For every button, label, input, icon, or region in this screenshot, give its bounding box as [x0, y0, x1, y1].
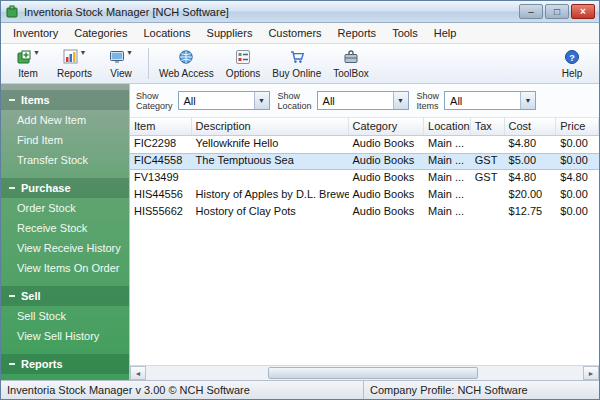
filter-location: ShowLocation All ▼	[278, 91, 409, 111]
sidebar: Items Add New Item Find Item Transfer St…	[1, 84, 129, 380]
sidebar-item-view-items-on-order[interactable]: View Items On Order	[1, 258, 129, 278]
filter-items: ShowItems All ▼	[417, 91, 537, 111]
minimize-button[interactable]: –	[519, 4, 543, 19]
table-row[interactable]: HIS44556 History of Apples by D.L. Brewe…	[130, 187, 599, 204]
toolbox-icon	[343, 49, 359, 65]
sidebar-item-sell-stock[interactable]: Sell Stock	[1, 306, 129, 326]
view-dropdown-icon[interactable]: ▼	[126, 49, 133, 57]
sidebar-section-reports: Reports	[1, 354, 129, 374]
options-icon	[235, 49, 251, 65]
close-button[interactable]: ×	[571, 4, 595, 19]
chevron-down-icon[interactable]: ▼	[393, 92, 408, 109]
menu-categories[interactable]: Categories	[66, 25, 135, 41]
svg-text:?: ?	[569, 52, 575, 62]
scroll-right-icon[interactable]: ►	[583, 366, 599, 380]
app-window: Inventoria Stock Manager [NCH Software] …	[0, 0, 600, 400]
section-bullet-icon	[9, 363, 15, 365]
sidebar-section-purchase: Purchase	[1, 178, 129, 198]
column-header-cost[interactable]: Cost	[505, 118, 557, 135]
filter-bar: ShowCategory All ▼ ShowLocation All ▼ Sh…	[130, 84, 599, 118]
chevron-down-icon[interactable]: ▼	[254, 92, 269, 109]
filter-category: ShowCategory All ▼	[136, 91, 270, 111]
window-title: Inventoria Stock Manager [NCH Software]	[24, 6, 514, 18]
web-access-icon	[178, 49, 194, 65]
sidebar-item-receive-stock[interactable]: Receive Stock	[1, 218, 129, 238]
sidebar-section-sell: Sell	[1, 286, 129, 306]
sidebar-item-view-sell-history[interactable]: View Sell History	[1, 326, 129, 346]
items-select[interactable]: All ▼	[444, 91, 536, 110]
sidebar-item-transfer-stock[interactable]: Transfer Stock	[1, 150, 129, 170]
column-header-tax[interactable]: Tax	[471, 118, 505, 135]
help-button[interactable]: ? Help	[549, 45, 595, 82]
status-bar: Inventoria Stock Manager v 3.00 © NCH So…	[1, 380, 599, 399]
menu-help[interactable]: Help	[426, 25, 465, 41]
view-button[interactable]: ▼ View	[98, 45, 144, 82]
table-row-selected[interactable]: FIC44558 The Temptuous Sea Audio Books M…	[130, 153, 599, 170]
menu-reports[interactable]: Reports	[330, 25, 385, 41]
section-bullet-icon	[9, 99, 15, 101]
status-version: Inventoria Stock Manager v 3.00 © NCH So…	[1, 384, 363, 396]
toolbar: ▼ Item ▼ Reports ▼ View Web Access	[1, 44, 599, 84]
horizontal-scrollbar[interactable]: ◄ ►	[130, 365, 599, 380]
menu-tools[interactable]: Tools	[384, 25, 426, 41]
sidebar-item-find-item[interactable]: Find Item	[1, 130, 129, 150]
column-header-description[interactable]: Description	[192, 118, 349, 135]
scroll-left-icon[interactable]: ◄	[130, 366, 146, 380]
menu-inventory[interactable]: Inventory	[5, 25, 66, 41]
toolbox-button[interactable]: ToolBox	[327, 45, 375, 82]
view-icon	[109, 49, 125, 65]
help-icon: ?	[564, 49, 580, 65]
toolbar-separator	[148, 48, 149, 79]
sidebar-item-view-receive-history[interactable]: View Receive History	[1, 238, 129, 258]
stock-table: Item Description Category Location Tax C…	[130, 118, 599, 365]
title-bar: Inventoria Stock Manager [NCH Software] …	[1, 1, 599, 23]
options-button[interactable]: Options	[220, 45, 266, 82]
chevron-down-icon[interactable]: ▼	[520, 92, 535, 109]
buy-online-button[interactable]: Buy Online	[266, 45, 327, 82]
item-button[interactable]: ▼ Item	[5, 45, 51, 82]
table-row[interactable]: HIS55662 Hostory of Clay Pots Audio Book…	[130, 204, 599, 221]
app-icon	[5, 5, 19, 19]
column-header-location[interactable]: Location	[424, 118, 471, 135]
scrollbar-track[interactable]	[146, 366, 583, 380]
status-company-profile: Company Profile: NCH Software	[364, 384, 599, 396]
table-header: Item Description Category Location Tax C…	[130, 118, 599, 136]
category-select[interactable]: All ▼	[178, 91, 270, 110]
column-header-price[interactable]: Price	[556, 118, 599, 135]
buy-online-icon	[289, 49, 305, 65]
sidebar-item-add-new-item[interactable]: Add New Item	[1, 110, 129, 130]
menu-suppliers[interactable]: Suppliers	[199, 25, 261, 41]
menu-customers[interactable]: Customers	[260, 25, 329, 41]
maximize-button[interactable]: □	[545, 4, 569, 19]
section-bullet-icon	[9, 295, 15, 297]
sidebar-section-items: Items	[1, 90, 129, 110]
table-row[interactable]: FIC2298 Yellowknife Hello Audio Books Ma…	[130, 136, 599, 153]
content-area: Items Add New Item Find Item Transfer St…	[1, 84, 599, 380]
sidebar-item-order-stock[interactable]: Order Stock	[1, 198, 129, 218]
column-header-item[interactable]: Item	[130, 118, 192, 135]
reports-icon	[63, 49, 79, 65]
location-select[interactable]: All ▼	[317, 91, 409, 110]
reports-dropdown-icon[interactable]: ▼	[80, 49, 87, 57]
menu-bar: Inventory Categories Locations Suppliers…	[1, 23, 599, 44]
section-bullet-icon	[9, 187, 15, 189]
table-row[interactable]: FV13499 Audio Books Main ... GST $4.80 $…	[130, 170, 599, 187]
scrollbar-thumb[interactable]	[268, 367, 478, 379]
web-access-button[interactable]: Web Access	[153, 45, 220, 82]
menu-locations[interactable]: Locations	[135, 25, 198, 41]
item-icon	[16, 49, 32, 65]
column-header-category[interactable]: Category	[349, 118, 425, 135]
main-panel: ShowCategory All ▼ ShowLocation All ▼ Sh…	[129, 84, 599, 380]
reports-button[interactable]: ▼ Reports	[51, 45, 98, 82]
item-dropdown-icon[interactable]: ▼	[33, 49, 40, 57]
